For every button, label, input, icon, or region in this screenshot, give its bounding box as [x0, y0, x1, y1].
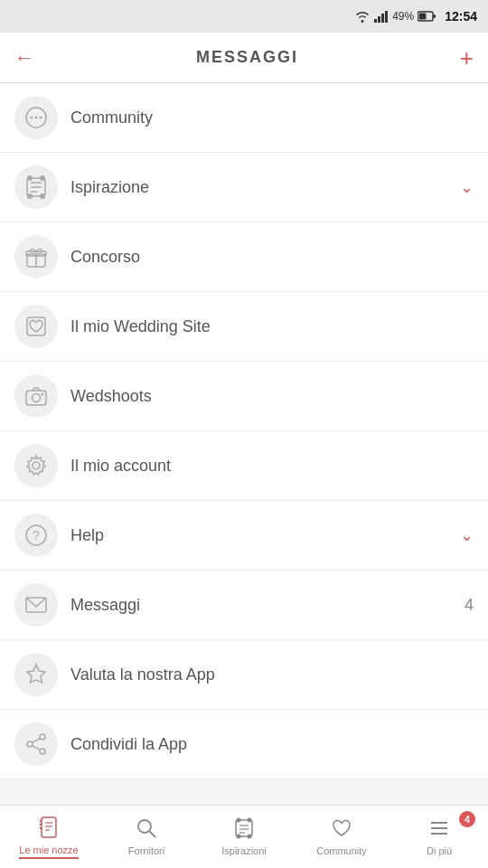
- menu-label-wedshoots: Wedshoots: [70, 387, 474, 406]
- menu-item-wedding-site[interactable]: Il mio Wedding Site: [0, 292, 488, 362]
- question-icon: ?: [24, 524, 48, 547]
- menu-item-wedshoots[interactable]: Wedshoots: [0, 362, 488, 431]
- svg-rect-2: [381, 14, 384, 23]
- menu-item-ispirazione[interactable]: Ispirazione ⌄: [0, 153, 488, 222]
- svg-rect-36: [42, 817, 56, 837]
- svg-rect-6: [419, 14, 427, 20]
- svg-rect-0: [374, 19, 377, 23]
- menu-list: Community Ispirazione ⌄: [0, 83, 488, 805]
- menu-label-account: Il mio account: [70, 457, 474, 476]
- svg-point-10: [40, 117, 42, 119]
- ispirazione-icon-wrap: [14, 165, 58, 209]
- status-bar: 49% 12:54: [0, 0, 488, 33]
- notebook-icon: [37, 816, 61, 841]
- nav-label-fornitori: Fornitori: [128, 845, 164, 858]
- gift-box-icon: [24, 245, 48, 269]
- valuta-icon-wrap: [14, 653, 58, 696]
- help-icon-wrap: ?: [14, 514, 58, 557]
- nav-item-fornitori[interactable]: Fornitori: [98, 806, 195, 868]
- di-piu-badge: 4: [459, 811, 475, 827]
- menu-item-account[interactable]: Il mio account: [0, 431, 488, 501]
- menu-label-community: Community: [70, 108, 474, 127]
- community-icon-wrap: [14, 96, 58, 139]
- svg-text:?: ?: [33, 528, 40, 542]
- search-icon: [135, 816, 158, 842]
- menu-label-valuta: Valuta la nostra App: [70, 665, 474, 684]
- nav-label-ispirazioni: Ispirazioni: [221, 845, 267, 858]
- svg-rect-1: [378, 16, 380, 23]
- status-icons: 49% 12:54: [354, 9, 477, 24]
- pencil-box-nav-icon: [232, 816, 256, 842]
- menu-item-valuta[interactable]: Valuta la nostra App: [0, 640, 488, 710]
- svg-point-24: [33, 394, 41, 402]
- battery-text: 49%: [392, 10, 414, 23]
- svg-point-16: [40, 175, 45, 181]
- svg-point-31: [40, 734, 45, 740]
- ispirazione-chevron: ⌄: [460, 177, 474, 197]
- bottom-nav: Le mie nozze Fornitori Ispirazioni: [0, 805, 488, 868]
- menu-label-wedding-site: Il mio Wedding Site: [70, 317, 474, 336]
- svg-point-25: [42, 393, 44, 396]
- nav-item-ispirazioni[interactable]: Ispirazioni: [195, 806, 293, 868]
- nav-label-le-mie-nozze: Le mie nozze: [19, 844, 78, 859]
- svg-point-46: [237, 817, 241, 822]
- svg-point-33: [40, 749, 45, 754]
- svg-point-49: [248, 834, 252, 838]
- condividi-icon-wrap: [14, 722, 58, 766]
- svg-rect-45: [236, 820, 252, 836]
- svg-point-32: [27, 741, 33, 747]
- menu-label-condividi: Condividi la App: [70, 735, 474, 754]
- heart-box-icon: [24, 315, 48, 338]
- menu-item-community[interactable]: Community: [0, 83, 488, 153]
- battery-icon: [418, 11, 436, 22]
- nav-item-di-piu[interactable]: 4 Di più: [390, 806, 488, 868]
- svg-point-15: [27, 175, 33, 181]
- svg-rect-5: [434, 14, 436, 18]
- camera-icon: [24, 384, 48, 408]
- account-icon-wrap: [14, 444, 58, 487]
- status-time: 12:54: [445, 9, 477, 24]
- add-button[interactable]: +: [460, 46, 474, 70]
- chat-icon: [24, 106, 48, 129]
- menu-item-concorso[interactable]: Concorso: [0, 222, 488, 292]
- svg-point-8: [31, 117, 33, 119]
- messaggi-badge: 4: [465, 596, 474, 615]
- svg-line-35: [33, 746, 40, 750]
- messaggi-icon-wrap: [14, 583, 58, 627]
- svg-rect-3: [385, 11, 388, 23]
- svg-line-34: [33, 739, 40, 742]
- svg-marker-30: [27, 665, 45, 683]
- nav-item-le-mie-nozze[interactable]: Le mie nozze: [0, 806, 98, 868]
- menu-label-help: Help: [70, 526, 453, 545]
- help-chevron: ⌄: [460, 525, 474, 545]
- gear-icon: [24, 454, 48, 477]
- signal-icon: [374, 10, 389, 23]
- menu-item-help[interactable]: ? Help ⌄: [0, 501, 488, 571]
- svg-point-43: [138, 820, 151, 833]
- page-title: MESSAGGI: [196, 48, 298, 67]
- wifi-icon: [354, 10, 371, 23]
- svg-rect-23: [26, 391, 46, 405]
- svg-point-9: [35, 117, 38, 119]
- menu-icon: [427, 816, 451, 842]
- envelope-icon: [24, 593, 48, 617]
- wedshoots-icon-wrap: [14, 374, 58, 418]
- svg-point-48: [237, 834, 241, 838]
- back-button[interactable]: ←: [14, 46, 34, 70]
- star-icon: [24, 663, 48, 686]
- concorso-icon-wrap: [14, 235, 58, 278]
- nav-label-community: Community: [316, 845, 367, 858]
- nav-label-di-piu: Di più: [427, 845, 452, 858]
- menu-label-messaggi: Messaggi: [70, 596, 457, 615]
- svg-point-47: [248, 817, 252, 822]
- menu-label-ispirazione: Ispirazione: [70, 178, 453, 197]
- svg-point-17: [27, 193, 33, 199]
- svg-point-26: [33, 462, 40, 469]
- nav-item-community[interactable]: Community: [293, 806, 390, 868]
- heart-nav-icon: [330, 816, 353, 842]
- menu-item-condividi[interactable]: Condividi la App: [0, 710, 488, 779]
- menu-label-concorso: Concorso: [70, 248, 474, 267]
- pencil-box-icon: [24, 175, 48, 199]
- wedding-site-icon-wrap: [14, 305, 58, 348]
- menu-item-messaggi[interactable]: Messaggi 4: [0, 571, 488, 640]
